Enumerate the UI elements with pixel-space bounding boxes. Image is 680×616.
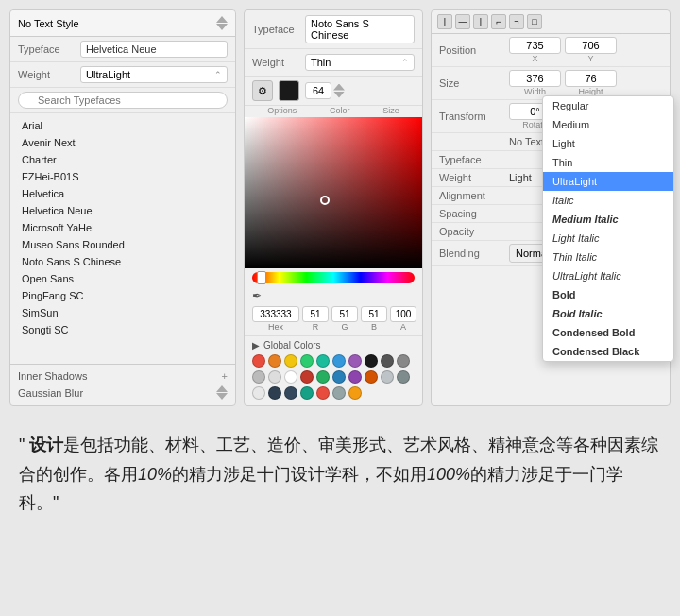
color-palette-dot[interactable]: [332, 354, 346, 368]
color-gradient[interactable]: [245, 117, 422, 268]
color-palette-dot[interactable]: [332, 386, 346, 400]
color-palette-dot[interactable]: [348, 386, 362, 400]
font-list-item[interactable]: FZHei-B01S: [10, 168, 235, 185]
dropdown-item[interactable]: Condensed Bold: [543, 323, 673, 342]
toolbar-btn-6[interactable]: □: [527, 14, 542, 29]
inner-shadows-row[interactable]: Inner Shadows +: [18, 368, 228, 384]
dropdown-item[interactable]: Italic: [543, 191, 673, 210]
color-palette-dot[interactable]: [365, 370, 378, 384]
color-palette-dot[interactable]: [300, 354, 314, 368]
font-list-item[interactable]: Helvetica: [10, 185, 235, 202]
dropdown-item[interactable]: Bold Italic: [543, 304, 673, 323]
toolbar-btn-3[interactable]: |: [473, 14, 488, 29]
size-input[interactable]: [305, 82, 332, 99]
color-palette-dot[interactable]: [316, 370, 330, 384]
dropdown-item[interactable]: Bold: [543, 285, 673, 304]
color-palette-dot[interactable]: [332, 370, 346, 384]
color-palette-dot[interactable]: [284, 386, 298, 400]
font-list-item[interactable]: PingFang SC: [10, 287, 235, 304]
color-palette-dot[interactable]: [316, 354, 330, 368]
blur-arrow-down[interactable]: [216, 393, 228, 400]
color-palette-dot[interactable]: [268, 370, 281, 384]
color-palette-dot[interactable]: [397, 354, 410, 368]
dropdown-item[interactable]: Condensed Black: [543, 342, 673, 361]
color-palette-dot[interactable]: [284, 370, 298, 384]
g-input[interactable]: [332, 306, 358, 322]
x-input[interactable]: [509, 37, 561, 54]
color-palette-dot[interactable]: [252, 386, 265, 400]
arrow-down-icon[interactable]: [216, 24, 228, 30]
text-part3: 的精力涉足十门设计学科，不如用: [172, 465, 427, 484]
toolbar-btn-2[interactable]: —: [455, 14, 470, 29]
font-list-item[interactable]: Helvetica Neue: [10, 202, 235, 219]
a-input[interactable]: [390, 306, 416, 322]
width-input[interactable]: [509, 70, 561, 87]
size-down-icon[interactable]: [333, 92, 345, 98]
color-palette-dot[interactable]: [252, 370, 265, 384]
font-style-panel: No Text Style Typeface Helvetica Neue We…: [9, 9, 236, 406]
color-palette-dot[interactable]: [316, 386, 330, 400]
y-input[interactable]: [565, 37, 617, 54]
gaussian-blur-row[interactable]: Gaussian Blur: [18, 384, 228, 402]
dropdown-item[interactable]: Regular: [543, 96, 673, 115]
b-input[interactable]: [361, 306, 387, 322]
weight-selector[interactable]: UltraLight ⌃: [80, 66, 228, 83]
toolbar-btn-4[interactable]: ⌐: [491, 14, 506, 29]
font-list-item[interactable]: Open Sans: [10, 270, 235, 287]
color-palette-dot[interactable]: [268, 386, 281, 400]
color-palette-dot[interactable]: [348, 354, 362, 368]
dropdown-item[interactable]: Medium Italic: [543, 210, 673, 229]
typeface-value-p2[interactable]: Noto Sans S Chinese: [305, 15, 415, 43]
dropdown-item[interactable]: UltraLight: [543, 172, 673, 191]
font-list-item[interactable]: Avenir Next: [10, 134, 235, 151]
style-stepper[interactable]: [216, 16, 228, 30]
weight-chevron: ⌃: [401, 58, 409, 67]
color-palette-dot[interactable]: [300, 386, 314, 400]
font-list-item[interactable]: Noto Sans S Chinese: [10, 253, 235, 270]
color-swatch[interactable]: [279, 80, 299, 101]
color-palette-dot[interactable]: [381, 354, 394, 368]
dropdown-item[interactable]: Thin: [543, 153, 673, 172]
color-palette-dot[interactable]: [284, 354, 298, 368]
toolbar-btn-1[interactable]: |: [437, 14, 452, 29]
font-list-item[interactable]: Microsoft YaHei: [10, 219, 235, 236]
color-palette-dot[interactable]: [365, 354, 378, 368]
arrow-up-icon[interactable]: [216, 16, 228, 23]
weight-selector-p2[interactable]: Thin ⌃: [305, 54, 415, 71]
global-colors-header[interactable]: ▶ Global Colors: [252, 340, 415, 351]
height-input[interactable]: [565, 70, 617, 87]
color-palette-dot[interactable]: [268, 354, 281, 368]
color-palette-dot[interactable]: [397, 370, 410, 384]
dropdown-item[interactable]: Thin Italic: [543, 248, 673, 266]
color-palette-dot[interactable]: [348, 370, 362, 384]
font-list-item[interactable]: Museo Sans Rounded: [10, 236, 235, 253]
size-stepper[interactable]: [333, 84, 345, 98]
search-input[interactable]: [18, 92, 228, 109]
eyedropper-icon[interactable]: ✒: [252, 289, 262, 302]
font-list-item[interactable]: Songti SC: [10, 321, 235, 338]
toolbar-btn-5[interactable]: ¬: [509, 14, 524, 29]
add-inner-shadow-icon[interactable]: +: [222, 370, 228, 382]
a-group: A: [390, 306, 416, 332]
typeface-value[interactable]: Helvetica Neue: [80, 41, 228, 58]
color-palette-dot[interactable]: [252, 354, 265, 368]
dropdown-item[interactable]: Medium: [543, 115, 673, 134]
typeface-label: Typeface: [18, 43, 75, 55]
color-palette-dot[interactable]: [300, 370, 314, 384]
dropdown-item[interactable]: UltraLight Italic: [543, 266, 673, 285]
hex-input[interactable]: [252, 306, 299, 322]
font-list-item[interactable]: Arial: [10, 117, 235, 134]
color-palette-dot[interactable]: [381, 370, 394, 384]
dropdown-item[interactable]: Light Italic: [543, 229, 673, 248]
size-up-icon[interactable]: [333, 84, 345, 91]
options-button[interactable]: ⚙: [252, 80, 273, 101]
hue-slider[interactable]: [252, 272, 415, 283]
dropdown-item[interactable]: Light: [543, 134, 673, 153]
r-input[interactable]: [302, 306, 329, 322]
blur-stepper[interactable]: [216, 385, 228, 400]
hue-thumb[interactable]: [257, 271, 266, 284]
font-list-item[interactable]: Charter: [10, 151, 235, 168]
blur-arrow-up[interactable]: [216, 385, 228, 392]
font-list-item[interactable]: SimSun: [10, 304, 235, 321]
global-colors-label: Global Colors: [264, 340, 321, 351]
